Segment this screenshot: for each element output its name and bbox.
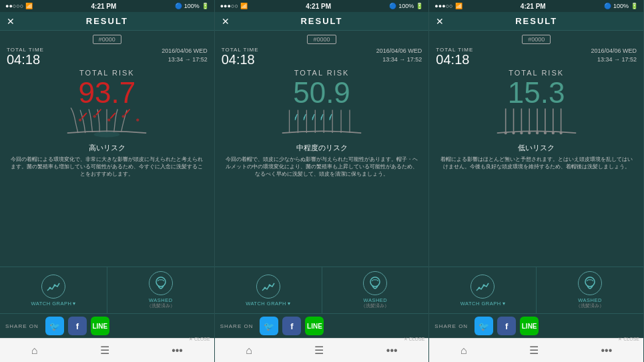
washed-sublabel-2: （洗髪済み） [361, 303, 389, 309]
status-bar-1: ●●○○○ 📶 4:21 PM 🔵 100% 🔋 [0, 0, 214, 12]
line-btn-3[interactable]: LINE [520, 317, 539, 335]
home-nav-icon-3[interactable]: ⌂ [460, 345, 467, 357]
svg-point-22 [585, 277, 595, 287]
time-2: 4:21 PM [306, 3, 331, 10]
header-title-3: RESULT [515, 16, 557, 26]
close-btn-2[interactable]: ✕ [222, 16, 230, 27]
risk-level-1: 高いリスク [89, 143, 125, 153]
svg-point-2 [107, 119, 110, 122]
head-icon-1 [153, 275, 169, 291]
hair-svg-low [490, 104, 583, 140]
content-3: #0000 TOTAL TIME 04:18 2016/04/06 WED 13… [429, 31, 643, 266]
status-right-2: 🔵 100% 🔋 [389, 3, 423, 9]
battery-icon-3: 🔋 [631, 3, 638, 9]
watch-graph-icon-area-2 [256, 275, 280, 299]
date-info-3: 2016/04/06 WED 13:34 → 17:52 [591, 47, 637, 63]
action-row-1: WATCH GRAPH ▾ WASHED （洗髪済み） [0, 267, 214, 314]
facebook-btn-2[interactable]: f [282, 317, 301, 335]
watch-graph-icon-area-3 [470, 275, 495, 299]
signal-2: ●●●○○ [220, 3, 238, 9]
content-1: #0000 TOTAL TIME 04:18 2016/04/06 WED 13… [0, 31, 214, 266]
facebook-btn-3[interactable]: f [497, 317, 516, 335]
line-btn-2[interactable]: LINE [305, 317, 324, 335]
more-nav-icon-2[interactable]: ••• [386, 345, 398, 357]
bottom-nav-3: ⌂ ☰ ••• [429, 338, 643, 362]
wifi-icon-1: 📶 [25, 3, 33, 9]
watch-graph-btn-3[interactable]: WATCH GRAPH ▾ [429, 267, 537, 313]
home-nav-icon-1[interactable]: ⌂ [31, 345, 38, 357]
svg-point-9 [264, 287, 266, 289]
close-link-1[interactable]: CLOSE [189, 337, 210, 342]
bluetooth-icon-3: 🔵 [604, 3, 611, 9]
signal-1: ●●○○○ [5, 3, 23, 9]
svg-point-19 [559, 132, 562, 134]
bottom-nav-2: ⌂ ☰ ••• [215, 338, 429, 362]
hair-illustration-1 [7, 110, 208, 140]
svg-point-11 [370, 277, 380, 287]
watch-graph-label-2: WATCH GRAPH [246, 301, 286, 307]
hair-illustration-3 [436, 110, 637, 140]
risk-level-3: 低いリスク [518, 143, 555, 153]
close-link-2[interactable]: CLOSE [404, 337, 425, 342]
status-right-3: 🔵 100% 🔋 [604, 3, 638, 9]
svg-point-17 [543, 132, 546, 134]
twitter-btn-2[interactable]: 🐦 [260, 317, 278, 335]
line-btn-1[interactable]: LINE [91, 317, 109, 335]
time-section-1: TOTAL TIME 04:18 [7, 47, 44, 66]
svg-point-21 [483, 284, 485, 286]
washed-label-2: WASHED [364, 297, 388, 303]
washed-icon-area-1 [149, 271, 173, 295]
washed-btn-3[interactable]: WASHED （洗髪済み） [537, 267, 643, 313]
record-id-1: #0000 [93, 35, 121, 44]
time-3: 4:21 PM [521, 3, 546, 10]
svg-point-18 [551, 132, 554, 134]
graph-line-icon-2 [261, 281, 276, 292]
share-label-2: SHARE ON [220, 323, 254, 329]
watch-graph-label-3: WATCH GRAPH [460, 301, 501, 307]
list-nav-icon-3[interactable]: ☰ [529, 344, 539, 357]
graph-line-icon-3 [475, 281, 490, 292]
watch-graph-btn-2[interactable]: WATCH GRAPH ▾ [215, 267, 322, 313]
list-nav-icon-2[interactable]: ☰ [314, 344, 324, 357]
twitter-btn-1[interactable]: 🐦 [45, 317, 64, 335]
washed-sublabel-3: （洗髪済み） [576, 303, 604, 309]
close-btn-1[interactable]: ✕ [7, 16, 15, 27]
more-nav-icon-3[interactable]: ••• [601, 345, 612, 357]
washed-icon-area-2 [363, 271, 387, 295]
watch-graph-chevron-3: ▾ [503, 301, 505, 307]
record-id-2: #0000 [307, 35, 336, 44]
date-3: 2016/04/06 WED [591, 47, 637, 55]
washed-btn-2[interactable]: WASHED （洗髪済み） [322, 267, 429, 313]
time-section-2: TOTAL TIME 04:18 [222, 47, 259, 66]
home-nav-icon-2[interactable]: ⌂ [246, 345, 252, 357]
time-range-3: 13:34 → 17:52 [591, 55, 637, 64]
close-btn-3[interactable]: ✕ [436, 16, 444, 27]
time-row-1: TOTAL TIME 04:18 2016/04/06 WED 13:34 → … [7, 47, 208, 66]
share-label-3: SHARE ON [434, 323, 468, 329]
close-link-3[interactable]: CLOSE [618, 337, 639, 342]
risk-value-1: 93.7 [79, 78, 136, 108]
washed-btn-1[interactable]: WASHED （洗髪済み） [107, 267, 214, 313]
facebook-btn-1[interactable]: f [68, 317, 87, 335]
hair-illustration-2 [222, 110, 422, 140]
description-2: 今回の着帽で、頭皮に少なからぬ影響が与えられた可能性があります。帽子・ヘルメット… [222, 156, 422, 178]
header-1: ✕ RESULT [0, 12, 214, 31]
washed-icon-area-3 [578, 271, 602, 295]
status-left-1: ●●○○○ 📶 [5, 3, 33, 9]
total-time-value-3: 04:18 [436, 53, 473, 66]
watch-graph-btn-1[interactable]: WATCH GRAPH ▾ [0, 267, 107, 313]
svg-point-7 [53, 284, 55, 286]
total-time-value-2: 04:18 [222, 53, 259, 66]
time-row-3: TOTAL TIME 04:18 2016/04/06 WED 13:34 → … [436, 47, 637, 66]
header-3: ✕ RESULT [429, 12, 643, 31]
svg-point-15 [528, 132, 531, 134]
svg-point-13 [512, 132, 515, 134]
list-nav-icon-1[interactable]: ☰ [100, 344, 109, 357]
twitter-btn-3[interactable]: 🐦 [474, 317, 493, 335]
wifi-icon-3: 📶 [455, 3, 462, 9]
share-row-2: SHARE ON 🐦 f LINE [215, 314, 429, 338]
battery-2: 100% [398, 3, 414, 9]
more-nav-icon-1[interactable]: ••• [172, 345, 183, 357]
action-row-2: WATCH GRAPH ▾ WASHED （洗髪済み） [215, 267, 429, 314]
time-row-2: TOTAL TIME 04:18 2016/04/06 WED 13:34 → … [222, 47, 422, 66]
